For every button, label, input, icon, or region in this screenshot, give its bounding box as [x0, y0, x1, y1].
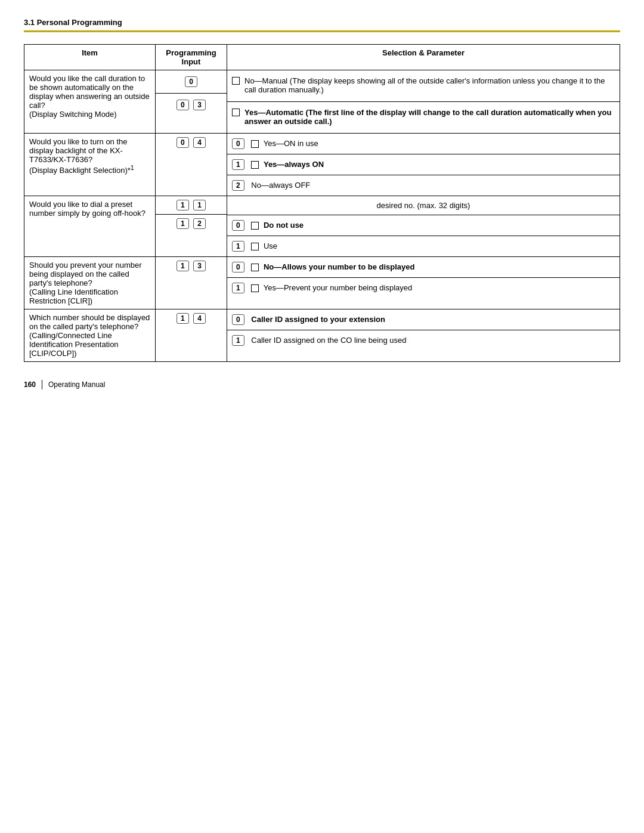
- sel-no-always-off: 2 No—always OFF: [227, 175, 620, 196]
- prog-key-04: 0 4: [156, 134, 227, 155]
- kbd-0-inline: 0: [232, 138, 244, 149]
- prog-cell-preset-offhook: 1 1 1 2: [156, 196, 227, 257]
- sel-caller-id-extension: 0 Caller ID assigned to your extension: [227, 309, 620, 330]
- prog-cell-clip-colp: 1 4: [156, 309, 227, 362]
- kbd-0-inline: 0: [232, 262, 244, 272]
- kbd-1b: 1: [193, 200, 206, 210]
- sel-sub-row: 0 Yes—ON in use: [227, 134, 620, 154]
- checkbox-icon: [251, 161, 259, 169]
- table-row: Should you prevent your number being dis…: [24, 257, 620, 309]
- kbd-0: 0: [185, 76, 197, 87]
- section-header: 3.1 Personal Programming: [24, 18, 620, 27]
- header-selection-parameter: Selection & Parameter: [227, 45, 620, 70]
- kbd-1: 1: [177, 313, 189, 324]
- sel-sub-table: 0 Caller ID assigned to your extension 1…: [227, 309, 620, 351]
- kbd-1-inline: 1: [232, 283, 244, 293]
- kbd-4: 4: [193, 137, 206, 148]
- kbd-0: 0: [177, 137, 189, 148]
- checkbox-icon: [251, 264, 259, 271]
- sel-cell-clip-colp: 0 Caller ID assigned to your extension 1…: [227, 309, 620, 362]
- sel-sub-row: Yes—Automatic (The first line of the dis…: [227, 102, 620, 134]
- checkbox-icon: [251, 222, 259, 230]
- sel-sub-table: 0 Yes—ON in use 1 Yes—always ON: [227, 134, 620, 196]
- checkbox-icon: [232, 109, 240, 116]
- prog-key-12: 1 2: [156, 215, 227, 233]
- prog-sub-table: 0 0 3: [156, 70, 227, 116]
- prog-key-03: 0 3: [156, 94, 227, 117]
- sel-sub-table: 0 No—Allows your number to be displayed …: [227, 257, 620, 298]
- item-display-switching: Would you like the call duration to be s…: [24, 70, 156, 134]
- prog-sub-row: 1 2: [156, 215, 227, 233]
- prog-cell-display-backlight: 0 4: [156, 134, 227, 196]
- sel-yes-prevent: 1 Yes—Prevent your number being displaye…: [227, 278, 620, 299]
- item-display-backlight: Would you like to turn on the display ba…: [24, 134, 156, 196]
- prog-sub-row: 1 3: [156, 257, 227, 275]
- checkbox-icon: [251, 243, 259, 250]
- item-clir: Should you prevent your number being dis…: [24, 257, 156, 309]
- footer: 160 Operating Manual: [24, 380, 620, 389]
- prog-sub-table: 0 4: [156, 134, 227, 155]
- footer-divider: [42, 380, 42, 389]
- prog-sub-table: 1 3: [156, 257, 227, 275]
- kbd-0: 0: [177, 100, 189, 110]
- checkbox-icon: [251, 284, 259, 292]
- sel-sub-row: desired no. (max. 32 digits): [227, 196, 620, 215]
- main-table: Item Programming Input Selection & Param…: [24, 44, 620, 362]
- sel-use: 1 Use: [227, 236, 620, 257]
- kbd-1: 1: [177, 200, 189, 210]
- prog-key-11: 1 1: [156, 196, 227, 215]
- table-header-row: Item Programming Input Selection & Param…: [24, 45, 620, 70]
- sel-sub-row: 0 Caller ID assigned to your extension: [227, 309, 620, 330]
- sel-no-manual: No—Manual (The display keeps showing all…: [227, 70, 620, 102]
- kbd-0-inline: 0: [232, 220, 244, 231]
- page-number: 160: [24, 380, 36, 389]
- table-row: Would you like to turn on the display ba…: [24, 134, 620, 196]
- item-preset-offhook: Would you like to dial a preset number s…: [24, 196, 156, 257]
- kbd-1-inline: 1: [232, 335, 244, 346]
- sel-sub-table: desired no. (max. 32 digits) 0 Do not us…: [227, 196, 620, 256]
- kbd-2: 2: [193, 218, 206, 229]
- header-item: Item: [24, 45, 156, 70]
- prog-sub-table: 1 4: [156, 309, 227, 327]
- manual-label: Operating Manual: [48, 380, 105, 389]
- sel-cell-clir: 0 No—Allows your number to be displayed …: [227, 257, 620, 309]
- sel-yes-automatic: Yes—Automatic (The first line of the dis…: [227, 102, 620, 134]
- sel-cell-display-switching: No—Manual (The display keeps showing all…: [227, 70, 620, 134]
- sel-sub-row: 1 Use: [227, 236, 620, 257]
- prog-cell-display-switching: 0 0 3: [156, 70, 227, 134]
- kbd-1-inline: 1: [232, 159, 244, 170]
- kbd-0-inline: 0: [232, 314, 244, 325]
- sel-sub-row: 2 No—always OFF: [227, 175, 620, 196]
- prog-sub-row: 1 1: [156, 196, 227, 215]
- sel-cell-preset-offhook: desired no. (max. 32 digits) 0 Do not us…: [227, 196, 620, 257]
- sel-sub-row: 1 Caller ID assigned on the CO line bein…: [227, 330, 620, 351]
- kbd-3: 3: [193, 100, 206, 110]
- prog-key-13: 1 3: [156, 257, 227, 275]
- prog-key-14: 1 4: [156, 309, 227, 327]
- kbd-4: 4: [193, 313, 206, 324]
- checkbox-icon: [232, 77, 240, 85]
- sel-sub-row: 1 Yes—Prevent your number being displaye…: [227, 278, 620, 299]
- prog-sub-table: 1 1 1 2: [156, 196, 227, 233]
- sel-yes-always-on: 1 Yes—always ON: [227, 154, 620, 175]
- kbd-2-inline: 2: [232, 180, 244, 191]
- table-row: Would you like the call duration to be s…: [24, 70, 620, 134]
- sel-yes-on-in-use: 0 Yes—ON in use: [227, 134, 620, 154]
- sel-sub-row: No—Manual (The display keeps showing all…: [227, 70, 620, 102]
- kbd-1: 1: [177, 261, 189, 271]
- prog-sub-row: 0 4: [156, 134, 227, 155]
- table-row: Would you like to dial a preset number s…: [24, 196, 620, 257]
- prog-cell-clir: 1 3: [156, 257, 227, 309]
- sel-sub-row: 1 Yes—always ON: [227, 154, 620, 175]
- prog-key-0: 0: [156, 70, 227, 94]
- checkbox-icon: [251, 140, 259, 148]
- sel-cell-display-backlight: 0 Yes—ON in use 1 Yes—always ON: [227, 134, 620, 196]
- sel-sub-row: 0 No—Allows your number to be displayed: [227, 257, 620, 278]
- prog-sub-row: 1 4: [156, 309, 227, 327]
- gold-divider: [24, 30, 620, 32]
- sel-no-allows-display: 0 No—Allows your number to be displayed: [227, 257, 620, 278]
- table-row: Which number should be displayed on the …: [24, 309, 620, 362]
- sel-sub-row: 0 Do not use: [227, 215, 620, 236]
- sel-caller-id-co: 1 Caller ID assigned on the CO line bein…: [227, 330, 620, 351]
- prog-sub-row: 0: [156, 70, 227, 94]
